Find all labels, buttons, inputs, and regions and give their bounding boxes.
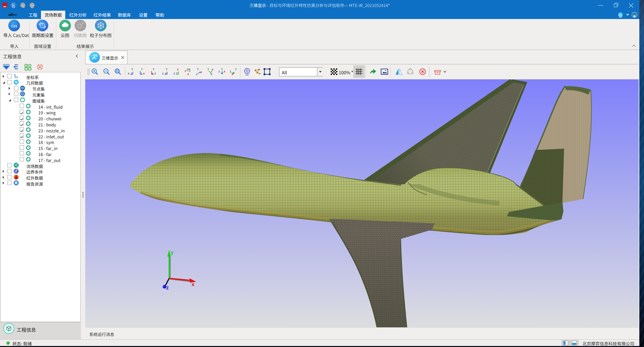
svg-text:x: x xyxy=(211,68,213,71)
svg-text:x: x xyxy=(200,70,202,74)
svg-text:z: z xyxy=(218,69,220,73)
svg-text:x: x xyxy=(17,76,18,79)
svg-text:cas: cas xyxy=(11,23,17,28)
svg-text:Y: Y xyxy=(131,68,133,71)
svg-text:x: x xyxy=(128,71,130,75)
svg-text:x: x xyxy=(223,69,225,73)
svg-text:z: z xyxy=(15,76,16,79)
svg-text:z: z xyxy=(185,68,186,72)
svg-text:x: x xyxy=(187,72,189,76)
svg-text:y: y xyxy=(170,248,174,255)
svg-text:z: z xyxy=(166,284,168,291)
svg-text:Y: Y xyxy=(153,68,155,71)
svg-text:Y: Y xyxy=(207,68,209,71)
svg-text:z: z xyxy=(230,69,231,73)
svg-text:Y: Y xyxy=(221,68,223,71)
svg-text:z: z xyxy=(196,72,197,76)
svg-text:Y: Y xyxy=(235,68,237,71)
svg-text:z: z xyxy=(162,71,163,75)
svg-text:Y: Y xyxy=(141,68,143,71)
svg-text:x: x xyxy=(143,71,145,75)
svg-text:Y: Y xyxy=(165,68,167,71)
svg-text:Y: Y xyxy=(197,68,199,71)
svg-text:z: z xyxy=(155,71,156,75)
svg-text:z: z xyxy=(173,71,175,75)
svg-text:x: x xyxy=(177,68,179,71)
svg-text:x: x xyxy=(191,280,194,287)
